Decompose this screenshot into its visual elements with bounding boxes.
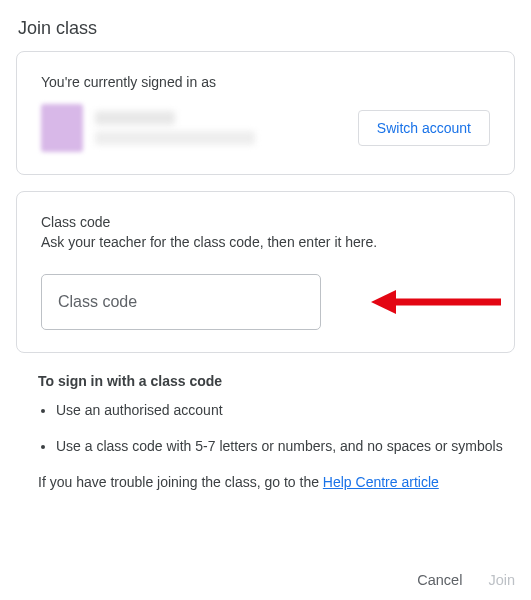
arrow-icon bbox=[371, 287, 501, 317]
class-code-input[interactable] bbox=[41, 274, 321, 330]
avatar bbox=[41, 104, 83, 152]
class-code-desc: Ask your teacher for the class code, the… bbox=[41, 234, 490, 250]
footer: Cancel Join bbox=[417, 572, 515, 588]
switch-account-button[interactable]: Switch account bbox=[358, 110, 490, 146]
class-code-card: Class code Ask your teacher for the clas… bbox=[16, 191, 515, 353]
account-email-redacted bbox=[95, 131, 255, 145]
info-block: To sign in with a class code Use an auth… bbox=[38, 373, 515, 490]
list-item: Use an authorised account bbox=[56, 401, 515, 421]
class-code-label: Class code bbox=[41, 214, 490, 230]
svg-marker-1 bbox=[371, 290, 396, 314]
info-list: Use an authorised account Use a class co… bbox=[38, 401, 515, 456]
account-text bbox=[95, 111, 255, 145]
page-title: Join class bbox=[0, 0, 531, 51]
trouble-text: If you have trouble joining the class, g… bbox=[38, 474, 515, 490]
account-card: You're currently signed in as Switch acc… bbox=[16, 51, 515, 175]
cancel-button[interactable]: Cancel bbox=[417, 572, 462, 588]
class-code-input-wrap bbox=[41, 274, 490, 330]
info-title: To sign in with a class code bbox=[38, 373, 515, 389]
trouble-prefix: If you have trouble joining the class, g… bbox=[38, 474, 323, 490]
signed-in-text: You're currently signed in as bbox=[41, 74, 490, 90]
help-centre-link[interactable]: Help Centre article bbox=[323, 474, 439, 490]
account-name-redacted bbox=[95, 111, 175, 125]
list-item: Use a class code with 5-7 letters or num… bbox=[56, 437, 515, 457]
join-button: Join bbox=[488, 572, 515, 588]
account-row: Switch account bbox=[41, 104, 490, 152]
account-info bbox=[41, 104, 255, 152]
